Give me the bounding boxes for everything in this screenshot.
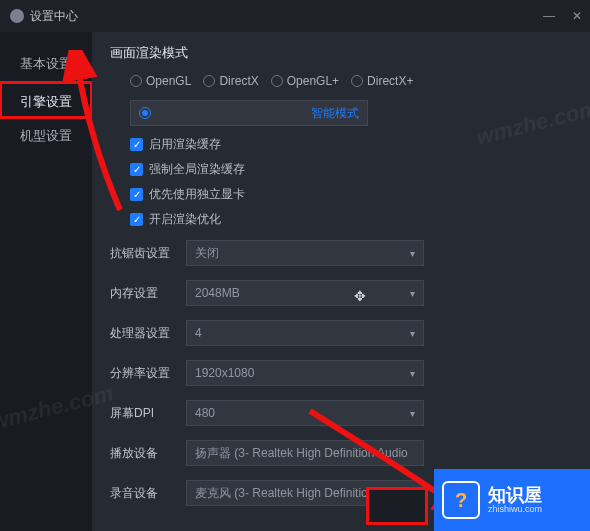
select-cpu[interactable]: 4▾ — [186, 320, 424, 346]
close-button[interactable]: ✕ — [570, 9, 584, 23]
radio-dot-icon — [130, 75, 142, 87]
chevron-down-icon: ▾ — [410, 248, 415, 259]
app-icon — [10, 9, 24, 23]
banner-title: 知识屋 — [488, 486, 542, 504]
label-recdev: 录音设备 — [110, 485, 186, 502]
radio-label: OpenGL+ — [287, 74, 339, 88]
sidebar-item-engine[interactable]: 引擎设置 — [0, 82, 92, 118]
check-label: 优先使用独立显卡 — [149, 186, 245, 203]
radio-label: 智能模式 — [311, 105, 359, 122]
sidebar-item-label: 基本设置 — [20, 56, 72, 71]
select-value: 480 — [195, 406, 215, 420]
sidebar-item-label: 引擎设置 — [20, 94, 72, 109]
radio-directx-plus[interactable]: DirectX+ — [351, 74, 413, 88]
select-memory[interactable]: 2048MB▾ — [186, 280, 424, 306]
check-render-cache[interactable]: ✓启用渲染缓存 — [130, 136, 576, 153]
select-value: 扬声器 (3- Realtek High Definition Audio — [195, 445, 408, 462]
check-render-optimize[interactable]: ✓开启渲染优化 — [130, 211, 576, 228]
check-label: 启用渲染缓存 — [149, 136, 221, 153]
check-force-cache[interactable]: ✓强制全局渲染缓存 — [130, 161, 576, 178]
check-icon: ✓ — [130, 188, 143, 201]
window-title: 设置中心 — [30, 8, 78, 25]
label-dpi: 屏幕DPI — [110, 405, 186, 422]
content-panel: 画面渲染模式 OpenGL DirectX OpenGL+ DirectX+ 智… — [92, 32, 590, 531]
radio-label: DirectX — [219, 74, 258, 88]
radio-dot-icon — [203, 75, 215, 87]
select-antialias[interactable]: 关闭▾ — [186, 240, 424, 266]
check-label: 开启渲染优化 — [149, 211, 221, 228]
render-checks: ✓启用渲染缓存 ✓强制全局渲染缓存 ✓优先使用独立显卡 ✓开启渲染优化 — [130, 136, 576, 228]
section-title-render: 画面渲染模式 — [110, 44, 576, 62]
radio-label: DirectX+ — [367, 74, 413, 88]
sidebar-item-label: 机型设置 — [20, 128, 72, 143]
check-icon: ✓ — [130, 213, 143, 226]
chevron-down-icon: ▾ — [410, 408, 415, 419]
select-playdev[interactable]: 扬声器 (3- Realtek High Definition Audio — [186, 440, 424, 466]
chevron-down-icon: ▾ — [410, 288, 415, 299]
label-antialias: 抗锯齿设置 — [110, 245, 186, 262]
select-value: 关闭 — [195, 245, 219, 262]
check-icon: ✓ — [130, 163, 143, 176]
banner-subtitle: zhishiwu.com — [488, 504, 542, 514]
radio-directx[interactable]: DirectX — [203, 74, 258, 88]
radio-dot-icon — [271, 75, 283, 87]
select-dpi[interactable]: 480▾ — [186, 400, 424, 426]
sidebar: 基本设置 引擎设置 机型设置 — [0, 32, 92, 531]
check-dedicated-gpu[interactable]: ✓优先使用独立显卡 — [130, 186, 576, 203]
chevron-down-icon: ▾ — [410, 368, 415, 379]
monitor-icon: ? — [442, 481, 480, 519]
chevron-down-icon: ▾ — [410, 328, 415, 339]
brand-banner: ? 知识屋 zhishiwu.com — [434, 469, 590, 531]
radio-dot-icon — [139, 107, 151, 119]
radio-smart-mode[interactable]: 智能模式 — [130, 100, 368, 126]
check-label: 强制全局渲染缓存 — [149, 161, 245, 178]
select-value: 1920x1080 — [195, 366, 254, 380]
radio-label: OpenGL — [146, 74, 191, 88]
label-memory: 内存设置 — [110, 285, 186, 302]
label-playdev: 播放设备 — [110, 445, 186, 462]
label-cpu: 处理器设置 — [110, 325, 186, 342]
select-resolution[interactable]: 1920x1080▾ — [186, 360, 424, 386]
annotation-highlight-box — [366, 487, 428, 525]
label-resolution: 分辨率设置 — [110, 365, 186, 382]
radio-opengl-plus[interactable]: OpenGL+ — [271, 74, 339, 88]
sidebar-item-basic[interactable]: 基本设置 — [0, 46, 92, 82]
minimize-button[interactable]: — — [542, 9, 556, 23]
check-icon: ✓ — [130, 138, 143, 151]
radio-opengl[interactable]: OpenGL — [130, 74, 191, 88]
render-mode-radios: OpenGL DirectX OpenGL+ DirectX+ 智能模式 — [130, 74, 576, 126]
select-value: 2048MB — [195, 286, 240, 300]
select-value: 4 — [195, 326, 202, 340]
sidebar-item-model[interactable]: 机型设置 — [0, 118, 92, 154]
radio-dot-icon — [351, 75, 363, 87]
